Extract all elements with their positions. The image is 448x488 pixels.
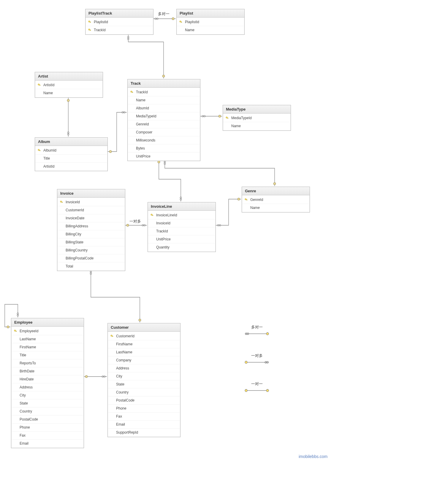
column-row[interactable]: Country xyxy=(11,407,84,415)
entity-invoice[interactable]: InvoiceInvoiceIdCustomerIdInvoiceDateBil… xyxy=(57,189,125,271)
column-row[interactable]: TrackId xyxy=(128,88,200,96)
column-row[interactable]: BillingPostalCode xyxy=(57,254,125,262)
entity-title[interactable]: Album xyxy=(35,138,107,146)
entity-title[interactable]: Genre xyxy=(242,187,310,195)
column-row[interactable]: CustomerId xyxy=(57,206,125,214)
column-row[interactable]: City xyxy=(108,372,180,380)
column-row[interactable]: CustomerId xyxy=(108,332,180,340)
entity-employee[interactable]: EmployeeEmployeeIdLastNameFirstNameTitle… xyxy=(11,318,84,448)
column-row[interactable]: AlbumId xyxy=(128,104,200,112)
column-row[interactable]: Title xyxy=(11,351,84,359)
column-name: LastName xyxy=(20,337,36,341)
column-name: InvoiceId xyxy=(156,221,170,225)
column-row[interactable]: Bytes xyxy=(128,144,200,152)
column-row[interactable]: TrackId xyxy=(86,26,153,34)
column-name: BillingAddress xyxy=(66,224,88,228)
column-row[interactable]: Milliseconds xyxy=(128,136,200,144)
column-row[interactable]: AlbumId xyxy=(35,147,107,155)
entity-mediatype[interactable]: MediaTypeMediaTypeIdName xyxy=(223,105,291,131)
column-name: GenreId xyxy=(250,198,263,202)
entity-title[interactable]: Invoice xyxy=(57,189,125,198)
primary-key-icon xyxy=(110,335,114,338)
column-row[interactable]: GenreId xyxy=(242,196,310,204)
column-row[interactable]: UnitPrice xyxy=(128,152,200,160)
column-row[interactable]: BillingCountry xyxy=(57,246,125,254)
primary-key-icon xyxy=(59,201,64,204)
column-row[interactable]: Address xyxy=(108,364,180,372)
column-row[interactable]: Name xyxy=(128,96,200,104)
entity-title[interactable]: Employee xyxy=(11,318,84,327)
column-row[interactable]: MediaTypeId xyxy=(128,112,200,120)
entity-title[interactable]: MediaType xyxy=(223,105,291,114)
column-row[interactable]: BillingAddress xyxy=(57,222,125,230)
column-row[interactable]: InvoiceLineId xyxy=(148,211,216,219)
column-row[interactable]: PlaylistId xyxy=(86,18,153,26)
entity-title[interactable]: Customer xyxy=(108,323,180,332)
column-row[interactable]: Quantity xyxy=(148,243,216,251)
svg-rect-18 xyxy=(132,92,133,93)
column-name: InvoiceLineId xyxy=(156,213,177,217)
column-row[interactable]: Phone xyxy=(108,404,180,413)
column-row[interactable]: Name xyxy=(223,122,291,130)
column-row[interactable]: Fax xyxy=(11,432,84,440)
column-row[interactable]: State xyxy=(108,380,180,388)
column-row[interactable]: Name xyxy=(35,89,103,97)
column-row[interactable]: ArtistId xyxy=(35,163,107,170)
primary-key-icon xyxy=(129,91,134,94)
column-row[interactable]: BirthDate xyxy=(11,367,84,375)
column-row[interactable]: InvoiceDate xyxy=(57,214,125,222)
column-row[interactable]: ReportsTo xyxy=(11,359,84,367)
column-row[interactable]: MediaTypeId xyxy=(223,114,291,122)
column-row[interactable]: PlaylistId xyxy=(177,18,244,26)
column-row[interactable]: Address xyxy=(11,383,84,391)
entity-title[interactable]: Playlist xyxy=(177,9,244,18)
entity-title[interactable]: Artist xyxy=(35,72,103,81)
column-row[interactable]: UnitPrice xyxy=(148,235,216,243)
entity-playlisttrack[interactable]: PlaylistTrackPlaylistIdTrackId xyxy=(85,9,153,35)
column-row[interactable]: InvoiceId xyxy=(148,219,216,227)
column-row[interactable]: City xyxy=(11,391,84,399)
entity-title[interactable]: Track xyxy=(128,79,200,88)
column-row[interactable]: PostalCode xyxy=(11,415,84,424)
column-row[interactable]: Fax xyxy=(108,413,180,421)
entity-title[interactable]: InvoiceLine xyxy=(148,202,216,211)
column-row[interactable]: TrackId xyxy=(148,227,216,235)
column-name: CustomerId xyxy=(66,208,84,212)
column-row[interactable]: HireDate xyxy=(11,375,84,383)
column-row[interactable]: BillingState xyxy=(57,238,125,246)
column-row[interactable]: Email xyxy=(108,421,180,429)
watermark-text: imobilebbs.com xyxy=(299,454,327,459)
column-row[interactable]: ArtistId xyxy=(35,81,103,89)
entity-artist[interactable]: ArtistArtistIdName xyxy=(35,72,103,98)
column-row[interactable]: PostalCode xyxy=(108,396,180,404)
column-row[interactable]: Name xyxy=(177,26,244,34)
column-row[interactable]: FirstName xyxy=(108,340,180,348)
column-row[interactable]: Email xyxy=(11,440,84,447)
entity-track[interactable]: TrackTrackIdNameAlbumIdMediaTypeIdGenreI… xyxy=(127,79,200,161)
column-row[interactable]: SupportRepId xyxy=(108,429,180,436)
entity-title[interactable]: PlaylistTrack xyxy=(86,9,153,18)
column-row[interactable]: Composer xyxy=(128,128,200,136)
entity-album[interactable]: AlbumAlbumIdTitleArtistId xyxy=(35,137,108,171)
column-row[interactable]: GenreId xyxy=(128,120,200,128)
column-row[interactable]: Country xyxy=(108,388,180,396)
column-row[interactable]: LastName xyxy=(108,348,180,356)
column-row[interactable]: LastName xyxy=(11,335,84,343)
column-row[interactable]: FirstName xyxy=(11,343,84,351)
entity-customer[interactable]: CustomerCustomerIdFirstNameLastNameCompa… xyxy=(107,323,181,437)
column-name: BillingPostalCode xyxy=(66,256,94,260)
column-row[interactable]: Phone xyxy=(11,424,84,432)
column-row[interactable]: Name xyxy=(242,204,310,212)
column-row[interactable]: Title xyxy=(35,155,107,163)
column-row[interactable]: Company xyxy=(108,356,180,364)
entity-playlist[interactable]: PlaylistPlaylistIdName xyxy=(176,9,245,35)
column-row[interactable]: State xyxy=(11,399,84,407)
column-name: Country xyxy=(116,390,129,394)
column-row[interactable]: BillingCity xyxy=(57,230,125,238)
column-name: HireDate xyxy=(20,377,34,381)
entity-invoiceline[interactable]: InvoiceLineInvoiceLineIdInvoiceIdTrackId… xyxy=(148,202,216,252)
column-row[interactable]: Total xyxy=(57,262,125,270)
column-row[interactable]: EmployeeId xyxy=(11,327,84,335)
entity-genre[interactable]: GenreGenreIdName xyxy=(242,187,310,212)
column-row[interactable]: InvoiceId xyxy=(57,198,125,206)
